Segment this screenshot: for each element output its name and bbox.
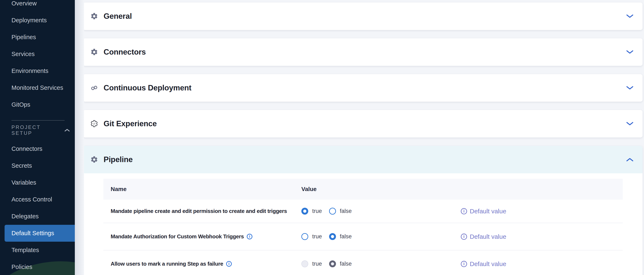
- info-icon: i: [461, 261, 467, 267]
- section-card-connectors: Connectors: [83, 38, 642, 66]
- sidebar-item-pipelines[interactable]: Pipelines: [0, 29, 75, 46]
- info-icon[interactable]: i: [247, 234, 252, 240]
- sidebar-nav-main: OverviewDeploymentsPipelinesServicesEnvi…: [0, 0, 75, 113]
- sidebar-item-policies[interactable]: Policies: [0, 258, 75, 275]
- radio-label-true: true: [312, 208, 322, 214]
- sidebar: OverviewDeploymentsPipelinesServicesEnvi…: [0, 0, 75, 275]
- default-value-label: Default value: [470, 260, 506, 268]
- radio-true[interactable]: [301, 233, 308, 240]
- section-header-continuous-deployment[interactable]: Continuous Deployment: [83, 74, 642, 102]
- setting-radio-group: truefalse: [301, 260, 359, 267]
- section-card-git-experience: ‹/›Git Experience: [83, 110, 642, 138]
- sidebar-item-delegates[interactable]: Delegates: [0, 208, 75, 225]
- info-icon: i: [461, 208, 467, 214]
- radio-true-selected[interactable]: [301, 208, 308, 214]
- section-title: Continuous Deployment: [104, 84, 191, 92]
- sidebar-item-connectors[interactable]: Connectors: [0, 140, 75, 157]
- sidebar-item-deployments[interactable]: Deployments: [0, 12, 75, 29]
- gear-icon: [90, 48, 98, 56]
- svg-text:‹/›: ‹/›: [93, 122, 96, 125]
- sidebar-item-default-settings[interactable]: Default Settings: [4, 225, 75, 242]
- section-title: General: [104, 12, 132, 20]
- chevron-down-icon[interactable]: [625, 83, 634, 92]
- default-value-link[interactable]: iDefault value: [461, 260, 506, 268]
- column-header-name: Name: [103, 186, 126, 192]
- section-title: Git Experience: [104, 120, 157, 128]
- table-row: Mandate pipeline create and edit permiss…: [103, 200, 623, 223]
- setting-name: Allow users to mark a running Step as fa…: [103, 260, 232, 267]
- sidebar-item-environments[interactable]: Environments: [0, 62, 75, 80]
- chevron-down-icon[interactable]: [625, 119, 634, 128]
- sidebar-item-variables[interactable]: Variables: [0, 174, 75, 191]
- radio-label-true: true: [312, 233, 322, 240]
- radio-true: [301, 260, 308, 267]
- default-value-link[interactable]: iDefault value: [461, 233, 506, 240]
- section-card-continuous-deployment: Continuous Deployment: [83, 74, 642, 102]
- radio-label-false: false: [340, 233, 352, 240]
- setting-radio-group: truefalse: [301, 208, 359, 214]
- default-value-label: Default value: [470, 208, 506, 215]
- radio-false-selected: [329, 260, 336, 267]
- table-row: Allow users to mark a running Step as fa…: [103, 250, 623, 275]
- section-header-general[interactable]: General: [83, 2, 642, 30]
- gear-code-icon: ‹/›: [90, 120, 98, 128]
- section-header-connectors[interactable]: Connectors: [83, 38, 642, 66]
- chevron-down-icon[interactable]: [625, 12, 634, 21]
- info-icon[interactable]: i: [226, 261, 232, 267]
- sidebar-item-services[interactable]: Services: [0, 46, 75, 62]
- default-value-label: Default value: [470, 233, 506, 240]
- gear-icon: [90, 12, 98, 20]
- setting-radio-group: truefalse: [301, 233, 359, 240]
- section-header-git-experience[interactable]: ‹/›Git Experience: [83, 110, 642, 138]
- radio-false[interactable]: [329, 208, 336, 214]
- sidebar-shadow: [75, 0, 84, 275]
- link-icon: [90, 84, 98, 92]
- section-card-pipeline: Pipeline Name Value Mandate pipeline cre…: [83, 146, 642, 275]
- info-icon: i: [461, 234, 467, 240]
- sidebar-divider: [12, 120, 64, 120]
- pipeline-settings-table: Name Value Mandate pipeline create and e…: [103, 179, 623, 275]
- project-setup-label: PROJECT SETUP: [12, 124, 57, 136]
- sidebar-item-templates[interactable]: Templates: [0, 242, 75, 258]
- section-header-pipeline[interactable]: Pipeline: [83, 146, 642, 173]
- radio-label-false: false: [340, 208, 352, 214]
- settings-sections: GeneralConnectorsContinuous Deployment‹/…: [83, 0, 642, 275]
- sidebar-item-access-control[interactable]: Access Control: [0, 191, 75, 208]
- sidebar-item-secrets[interactable]: Secrets: [0, 157, 75, 174]
- table-row: Mandate Authorization for Custom Webhook…: [103, 223, 623, 250]
- section-card-general: General: [83, 2, 642, 30]
- sidebar-item-monitored-services[interactable]: Monitored Services: [0, 80, 75, 96]
- sidebar-section-project-setup[interactable]: PROJECT SETUP: [12, 125, 70, 135]
- default-value-link[interactable]: iDefault value: [461, 208, 506, 215]
- sidebar-item-gitops[interactable]: GitOps: [0, 96, 75, 113]
- chevron-down-icon[interactable]: [625, 48, 634, 57]
- section-title: Connectors: [104, 48, 146, 56]
- setting-name: Mandate pipeline create and edit permiss…: [103, 208, 287, 214]
- section-title: Pipeline: [104, 155, 132, 164]
- sidebar-nav-setup: ConnectorsSecretsVariablesAccess Control…: [0, 140, 75, 275]
- radio-label-false: false: [340, 260, 352, 267]
- sidebar-item-overview[interactable]: Overview: [0, 0, 75, 12]
- gear-icon: [90, 156, 98, 164]
- chevron-up-icon[interactable]: [64, 128, 70, 132]
- chevron-up-icon[interactable]: [625, 155, 634, 164]
- setting-name: Mandate Authorization for Custom Webhook…: [103, 233, 252, 240]
- radio-false-selected[interactable]: [329, 233, 336, 240]
- radio-label-true: true: [312, 260, 322, 267]
- column-header-value: Value: [301, 186, 316, 192]
- table-header-row: Name Value: [103, 179, 623, 200]
